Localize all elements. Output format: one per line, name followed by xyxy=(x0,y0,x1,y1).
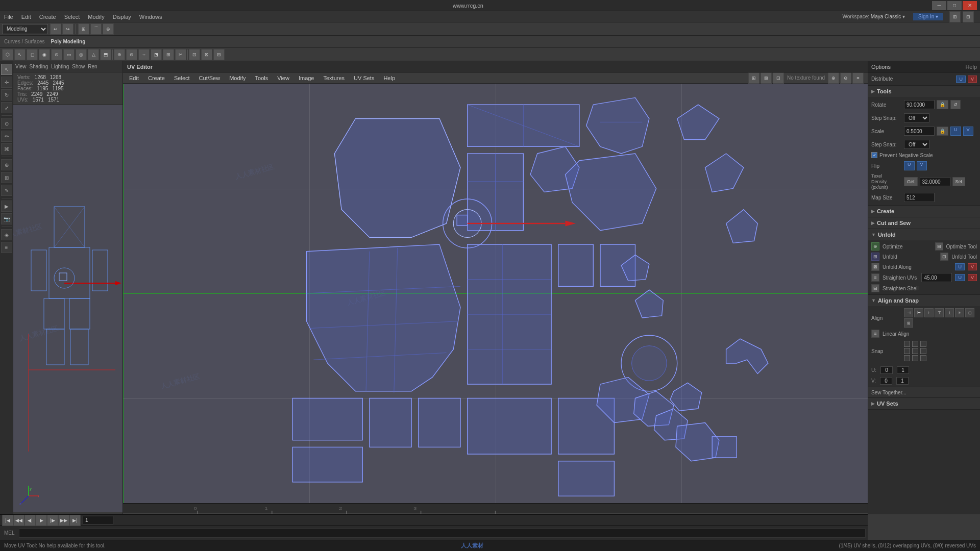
uv-view-btn-2[interactable]: ⊠ xyxy=(761,72,772,84)
optimize-tool-label[interactable]: Optimize Tool xyxy=(946,244,977,249)
prevent-neg-scale-checkbox[interactable] xyxy=(871,152,877,158)
poly-modeling-label[interactable]: Poly Modeling xyxy=(51,39,85,44)
align-right-icon[interactable]: ⊦ xyxy=(924,308,934,317)
select-icon[interactable]: ↖ xyxy=(14,49,26,60)
torus-icon[interactable]: ◎ xyxy=(76,49,87,60)
texel-value[interactable]: 32.0000 xyxy=(920,177,950,186)
u-coord-val1[interactable]: 0 xyxy=(880,366,893,374)
bevel-icon[interactable]: ⬔ xyxy=(151,49,162,60)
uv-view-btn-5[interactable]: ⊖ xyxy=(840,72,851,84)
viewport-shading-menu[interactable]: Shading xyxy=(30,64,48,69)
snap-cb-3[interactable] xyxy=(920,341,926,347)
scale-value[interactable]: 0.5000 xyxy=(904,127,935,136)
align-distrib-h-icon[interactable]: ⊡ xyxy=(965,308,974,317)
sculpt-icon[interactable]: ⌘ xyxy=(1,143,12,155)
multicut-icon[interactable]: ✂ xyxy=(175,49,186,60)
view-icon[interactable]: ⊠ xyxy=(201,49,212,60)
uv-view-btn-1[interactable]: ⊞ xyxy=(748,72,760,84)
move-tool-icon[interactable]: ✛ xyxy=(1,77,12,88)
uv-sets-section-header[interactable]: ▶ UV Sets xyxy=(868,398,980,409)
distribute-u-btn[interactable]: U xyxy=(956,76,966,83)
texel-set-btn[interactable]: Set xyxy=(952,177,966,186)
align-bottom-icon[interactable]: ⊧ xyxy=(955,308,964,317)
mel-input[interactable] xyxy=(19,529,866,538)
cone-icon[interactable]: △ xyxy=(88,49,99,60)
options-label[interactable]: Options xyxy=(871,64,891,70)
snap-cb-9[interactable] xyxy=(920,355,926,361)
frame-icon[interactable]: ⊡ xyxy=(189,49,200,60)
rotate-reset-icon[interactable]: ↺ xyxy=(950,100,961,109)
menu-create[interactable]: Create xyxy=(37,14,58,20)
timeline-step-back-btn[interactable]: ◀| xyxy=(24,515,36,526)
uv-viewport[interactable]: 人人素材社区 人人素材社区 人人素材社区 xyxy=(123,84,868,503)
straighten-uvs-u-btn[interactable]: U xyxy=(955,274,965,281)
undo-btn[interactable]: ↩ xyxy=(50,23,61,35)
unfold-section-header[interactable]: ▼ Unfold xyxy=(868,229,980,240)
channel-icon[interactable]: ≡ xyxy=(1,242,12,253)
layout-btn-2[interactable]: ⊟ xyxy=(963,11,974,22)
snap-point-btn[interactable]: ⊕ xyxy=(103,23,114,35)
align-top-icon[interactable]: ⊤ xyxy=(935,308,944,317)
snap-cb-1[interactable] xyxy=(904,341,910,347)
snap-cb-7[interactable] xyxy=(904,355,910,361)
uv-menu-cutsew[interactable]: Cut/Sew xyxy=(195,74,225,82)
step-snap-scale-select[interactable]: Off On xyxy=(904,140,929,149)
maximize-button[interactable]: □ xyxy=(947,1,962,10)
select-tool-icon[interactable]: ↖ xyxy=(1,64,12,75)
align-left-icon[interactable]: ⊣ xyxy=(904,308,913,317)
unfold-tool-label[interactable]: Unfold Tool xyxy=(951,254,977,260)
annotate-icon[interactable]: ✎ xyxy=(1,185,12,196)
snap-cb-6[interactable] xyxy=(920,348,926,354)
timeline-frame-value[interactable]: 1 xyxy=(83,516,113,525)
map-size-value[interactable]: 512 xyxy=(904,193,935,202)
snap-tool-icon[interactable]: ⊕ xyxy=(1,159,12,170)
timeline-back-btn[interactable]: ◀◀ xyxy=(13,515,24,526)
tools-section-header[interactable]: ▶ Tools xyxy=(868,86,980,97)
align-center-v-icon[interactable]: ⊥ xyxy=(945,308,954,317)
persp-icon[interactable]: ⊟ xyxy=(213,49,225,60)
v-coord-val2[interactable]: 1 xyxy=(896,377,909,385)
layout-btn-1[interactable]: ⊞ xyxy=(949,11,961,22)
redo-btn[interactable]: ↪ xyxy=(62,23,74,35)
align-snap-section-header[interactable]: ▼ Align and Snap xyxy=(868,295,980,306)
uv-menu-help[interactable]: Help xyxy=(379,74,399,82)
sign-in-button[interactable]: Sign In ▾ xyxy=(913,13,943,20)
extrude-icon[interactable]: ⬒ xyxy=(100,49,111,60)
camera-icon[interactable]: 📷 xyxy=(1,213,12,224)
v-coord-val1[interactable]: 0 xyxy=(880,377,892,385)
straighten-uvs-label[interactable]: Straighten UVs xyxy=(883,275,918,281)
uv-menu-create[interactable]: Create xyxy=(144,74,169,82)
cut-sew-section-header[interactable]: ▶ Cut and Sew xyxy=(868,217,980,229)
snap-cb-5[interactable] xyxy=(912,348,918,354)
cube-icon[interactable]: ◻ xyxy=(27,49,38,60)
rotate-value[interactable]: 90.0000 xyxy=(904,100,935,109)
unfold-along-label[interactable]: Unfold Along xyxy=(883,264,952,270)
uv-menu-modify[interactable]: Modify xyxy=(225,74,250,82)
straighten-uvs-value[interactable]: 45.00 xyxy=(921,273,952,282)
display-icon[interactable]: ◈ xyxy=(1,229,12,240)
plane-icon[interactable]: ▭ xyxy=(63,49,75,60)
align-center-h-icon[interactable]: ⊢ xyxy=(914,308,923,317)
uv-menu-tools[interactable]: Tools xyxy=(251,74,273,82)
texel-get-btn[interactable]: Get xyxy=(904,177,918,186)
menu-file[interactable]: File xyxy=(2,14,15,20)
curves-surfaces-label[interactable]: Curves / Surfaces xyxy=(4,39,44,44)
uv-view-btn-6[interactable]: ≡ xyxy=(852,72,864,84)
uv-menu-textures[interactable]: Textures xyxy=(319,74,349,82)
uv-menu-uvsets[interactable]: UV Sets xyxy=(350,74,378,82)
scale-tool-icon[interactable]: ⤢ xyxy=(1,102,12,113)
uv-menu-edit[interactable]: Edit xyxy=(125,74,143,82)
viewport-renderer-menu[interactable]: Ren xyxy=(88,64,97,69)
uv-menu-view[interactable]: View xyxy=(273,74,293,82)
rotate-tool-icon[interactable]: ↻ xyxy=(1,89,12,101)
create-section-header[interactable]: ▶ Create xyxy=(868,206,980,217)
timeline-end-btn[interactable]: ▶| xyxy=(69,515,81,526)
close-button[interactable]: ✕ xyxy=(963,1,977,10)
unfold-label[interactable]: Unfold xyxy=(883,254,937,260)
optimize-label[interactable]: Optimize xyxy=(883,244,932,249)
unfold-along-v-btn[interactable]: V xyxy=(968,263,977,270)
uv-view-btn-4[interactable]: ⊕ xyxy=(828,72,839,84)
paint-tool-icon[interactable]: ✏ xyxy=(1,131,12,142)
flip-v-btn[interactable]: V xyxy=(917,161,927,170)
help-label[interactable]: Help xyxy=(965,64,977,70)
